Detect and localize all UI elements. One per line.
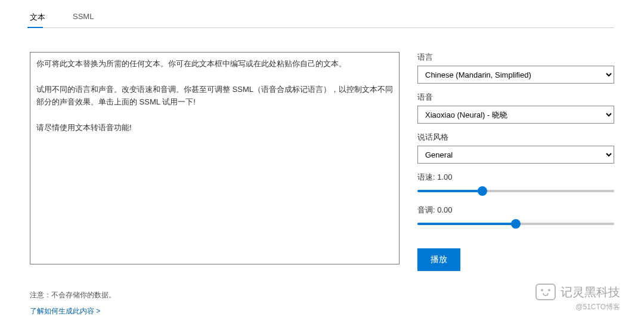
text-input[interactable] (30, 52, 400, 264)
play-button[interactable]: 播放 (417, 248, 460, 271)
slider-thumb[interactable] (511, 219, 521, 229)
watermark-text: 记灵黑科技 (561, 284, 620, 300)
voice-label: 语音 (417, 92, 614, 103)
main-panel: 语言 Chinese (Mandarin, Simplified) 语音 Xia… (30, 52, 614, 271)
style-select[interactable]: General (417, 146, 614, 164)
voice-group: 语音 Xiaoxiao (Neural) - 晓晓 (417, 92, 614, 124)
watermark-sub: @51CTO博客 (575, 302, 620, 312)
language-label: 语言 (417, 52, 614, 63)
slider-thumb[interactable] (478, 186, 487, 196)
watermark: 记灵黑科技 (535, 284, 620, 300)
slider-fill (417, 190, 482, 192)
speed-label: 语速: 1.00 (417, 172, 614, 183)
storage-notice: 注意：不会存储你的数据。 (30, 290, 614, 300)
tab-bar: 文本 SSML (30, 7, 614, 28)
pitch-value: 0.00 (437, 205, 452, 214)
pitch-label-text: 音调: (417, 205, 435, 214)
language-group: 语言 Chinese (Mandarin, Simplified) (417, 52, 614, 84)
voice-select[interactable]: Xiaoxiao (Neural) - 晓晓 (417, 106, 614, 124)
slider-fill (417, 223, 516, 225)
speed-label-text: 语速: (417, 173, 435, 181)
learn-more-link[interactable]: 了解如何生成此内容 > (30, 306, 100, 316)
language-select[interactable]: Chinese (Mandarin, Simplified) (417, 66, 614, 84)
speed-value: 1.00 (437, 173, 452, 181)
pitch-label: 音调: 0.00 (417, 205, 614, 216)
tab-ssml[interactable]: SSML (73, 7, 103, 27)
style-group: 说话风格 General (417, 132, 614, 164)
text-panel (30, 52, 400, 271)
style-label: 说话风格 (417, 132, 614, 143)
speed-group: 语速: 1.00 (417, 172, 614, 196)
speed-slider[interactable] (417, 186, 614, 196)
pitch-slider[interactable] (417, 218, 614, 229)
pitch-group: 音调: 0.00 (417, 205, 614, 229)
tab-text[interactable]: 文本 (30, 7, 55, 27)
watermark-icon (535, 284, 556, 300)
controls-panel: 语言 Chinese (Mandarin, Simplified) 语音 Xia… (417, 52, 614, 271)
